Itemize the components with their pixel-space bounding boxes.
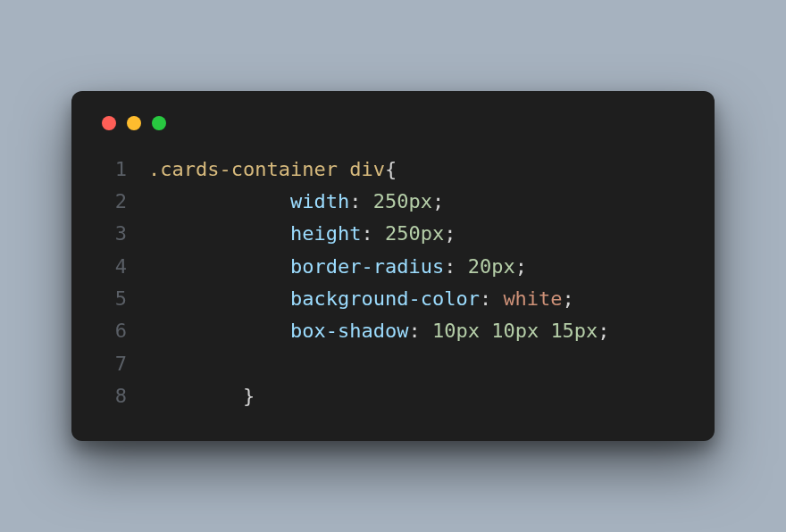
space <box>373 218 385 250</box>
token-property: height <box>290 218 361 250</box>
line-number: 4 <box>100 251 127 283</box>
indent <box>148 218 290 250</box>
line-number: 5 <box>100 283 127 315</box>
token-constant: white <box>503 283 562 315</box>
close-icon[interactable] <box>102 116 116 130</box>
token-property: background-color <box>290 283 480 315</box>
token-semicolon: ; <box>598 315 609 347</box>
space <box>361 186 372 218</box>
indent <box>148 186 290 218</box>
zoom-icon[interactable] <box>152 116 166 130</box>
token-number: 15px <box>550 315 598 347</box>
space <box>338 154 349 186</box>
indent <box>148 251 290 283</box>
token-colon: : <box>408 315 420 347</box>
token-semicolon: ; <box>563 283 574 315</box>
token-selector-class: .cards-container <box>148 154 338 186</box>
code-line: 7 <box>100 348 686 380</box>
token-number: 10px <box>491 315 539 347</box>
token-colon: : <box>480 283 491 315</box>
indent <box>148 380 243 412</box>
code-line: 4 border-radius: 20px; <box>100 251 686 283</box>
token-number: 250px <box>373 186 432 218</box>
token-semicolon: ; <box>432 186 444 218</box>
line-number: 2 <box>100 186 127 218</box>
space <box>480 315 491 347</box>
token-brace-open: { <box>385 154 397 186</box>
token-property: width <box>290 186 349 218</box>
indent <box>148 283 290 315</box>
window-controls <box>100 116 686 130</box>
code-line: 2 width: 250px; <box>100 186 686 218</box>
line-number: 8 <box>100 380 127 412</box>
space <box>539 315 550 347</box>
token-colon: : <box>444 251 456 283</box>
stage: 1 .cards-container div{ 2 width: 250px; … <box>0 0 786 532</box>
code-line: 6 box-shadow: 10px 10px 15px; <box>100 315 686 347</box>
token-brace-close: } <box>243 380 255 412</box>
token-number: 10px <box>432 315 480 347</box>
token-selector-tag: div <box>349 154 385 186</box>
token-semicolon: ; <box>444 218 456 250</box>
minimize-icon[interactable] <box>127 116 141 130</box>
code-line: 3 height: 250px; <box>100 218 686 250</box>
token-number: 20px <box>468 251 515 283</box>
line-number: 1 <box>100 154 127 186</box>
indent <box>148 315 290 347</box>
code-window: 1 .cards-container div{ 2 width: 250px; … <box>71 91 715 441</box>
token-property: box-shadow <box>290 315 408 347</box>
space <box>491 283 503 315</box>
line-number: 7 <box>100 348 127 380</box>
token-number: 250px <box>385 218 444 250</box>
line-number: 3 <box>100 218 127 250</box>
code-block: 1 .cards-container div{ 2 width: 250px; … <box>100 154 686 412</box>
token-colon: : <box>349 186 361 218</box>
token-semicolon: ; <box>515 251 527 283</box>
space <box>456 251 467 283</box>
code-line: 5 background-color: white; <box>100 283 686 315</box>
token-colon: : <box>361 218 372 250</box>
code-line: 1 .cards-container div{ <box>100 154 686 186</box>
code-line: 8 } <box>100 380 686 412</box>
space <box>421 315 432 347</box>
line-number: 6 <box>100 315 127 347</box>
token-property: border-radius <box>290 251 444 283</box>
